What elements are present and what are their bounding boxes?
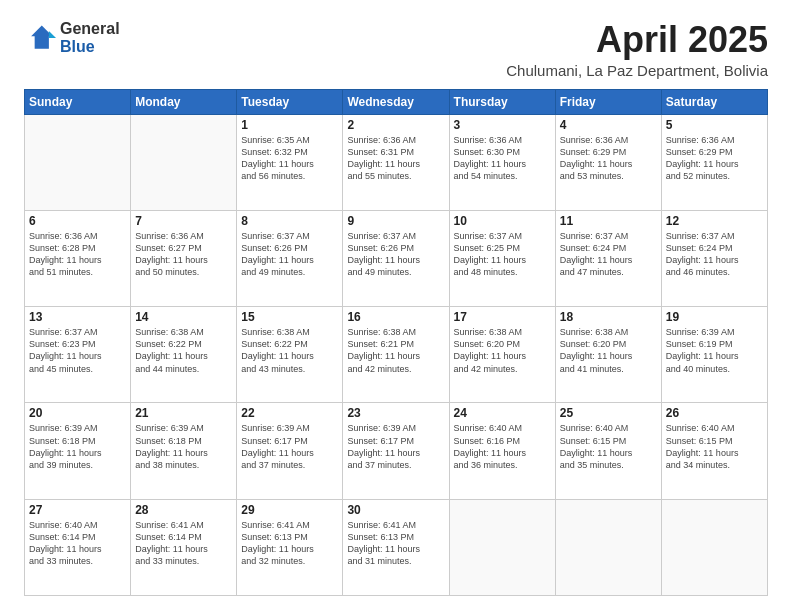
calendar-cell: 12Sunrise: 6:37 AM Sunset: 6:24 PM Dayli… <box>661 210 767 306</box>
day-number: 8 <box>241 214 338 228</box>
day-info: Sunrise: 6:39 AM Sunset: 6:17 PM Dayligh… <box>347 422 444 471</box>
day-number: 4 <box>560 118 657 132</box>
day-number: 14 <box>135 310 232 324</box>
day-number: 7 <box>135 214 232 228</box>
day-number: 5 <box>666 118 763 132</box>
calendar-cell: 4Sunrise: 6:36 AM Sunset: 6:29 PM Daylig… <box>555 114 661 210</box>
day-number: 16 <box>347 310 444 324</box>
day-info: Sunrise: 6:38 AM Sunset: 6:21 PM Dayligh… <box>347 326 444 375</box>
calendar-cell: 19Sunrise: 6:39 AM Sunset: 6:19 PM Dayli… <box>661 307 767 403</box>
calendar-cell: 3Sunrise: 6:36 AM Sunset: 6:30 PM Daylig… <box>449 114 555 210</box>
day-number: 19 <box>666 310 763 324</box>
calendar-table: Sunday Monday Tuesday Wednesday Thursday… <box>24 89 768 596</box>
day-number: 27 <box>29 503 126 517</box>
calendar-cell <box>449 499 555 595</box>
day-info: Sunrise: 6:40 AM Sunset: 6:16 PM Dayligh… <box>454 422 551 471</box>
day-info: Sunrise: 6:37 AM Sunset: 6:25 PM Dayligh… <box>454 230 551 279</box>
day-info: Sunrise: 6:38 AM Sunset: 6:22 PM Dayligh… <box>135 326 232 375</box>
day-info: Sunrise: 6:36 AM Sunset: 6:31 PM Dayligh… <box>347 134 444 183</box>
day-number: 12 <box>666 214 763 228</box>
day-info: Sunrise: 6:39 AM Sunset: 6:18 PM Dayligh… <box>135 422 232 471</box>
calendar-week-row-0: 1Sunrise: 6:35 AM Sunset: 6:32 PM Daylig… <box>25 114 768 210</box>
calendar-header-row: Sunday Monday Tuesday Wednesday Thursday… <box>25 89 768 114</box>
calendar-cell: 27Sunrise: 6:40 AM Sunset: 6:14 PM Dayli… <box>25 499 131 595</box>
day-info: Sunrise: 6:41 AM Sunset: 6:14 PM Dayligh… <box>135 519 232 568</box>
day-info: Sunrise: 6:38 AM Sunset: 6:20 PM Dayligh… <box>560 326 657 375</box>
day-info: Sunrise: 6:36 AM Sunset: 6:29 PM Dayligh… <box>560 134 657 183</box>
day-info: Sunrise: 6:36 AM Sunset: 6:30 PM Dayligh… <box>454 134 551 183</box>
calendar-week-row-2: 13Sunrise: 6:37 AM Sunset: 6:23 PM Dayli… <box>25 307 768 403</box>
day-info: Sunrise: 6:38 AM Sunset: 6:22 PM Dayligh… <box>241 326 338 375</box>
day-info: Sunrise: 6:35 AM Sunset: 6:32 PM Dayligh… <box>241 134 338 183</box>
calendar-cell <box>131 114 237 210</box>
header-tuesday: Tuesday <box>237 89 343 114</box>
month-title: April 2025 <box>506 20 768 60</box>
day-number: 13 <box>29 310 126 324</box>
calendar-week-row-4: 27Sunrise: 6:40 AM Sunset: 6:14 PM Dayli… <box>25 499 768 595</box>
day-number: 26 <box>666 406 763 420</box>
calendar-cell: 16Sunrise: 6:38 AM Sunset: 6:21 PM Dayli… <box>343 307 449 403</box>
day-number: 17 <box>454 310 551 324</box>
day-number: 6 <box>29 214 126 228</box>
day-number: 20 <box>29 406 126 420</box>
logo-blue-text: Blue <box>60 38 120 56</box>
calendar-cell: 7Sunrise: 6:36 AM Sunset: 6:27 PM Daylig… <box>131 210 237 306</box>
calendar-cell: 22Sunrise: 6:39 AM Sunset: 6:17 PM Dayli… <box>237 403 343 499</box>
calendar-cell: 25Sunrise: 6:40 AM Sunset: 6:15 PM Dayli… <box>555 403 661 499</box>
day-number: 18 <box>560 310 657 324</box>
calendar-cell: 20Sunrise: 6:39 AM Sunset: 6:18 PM Dayli… <box>25 403 131 499</box>
calendar-cell: 26Sunrise: 6:40 AM Sunset: 6:15 PM Dayli… <box>661 403 767 499</box>
day-info: Sunrise: 6:40 AM Sunset: 6:14 PM Dayligh… <box>29 519 126 568</box>
day-number: 30 <box>347 503 444 517</box>
day-info: Sunrise: 6:39 AM Sunset: 6:19 PM Dayligh… <box>666 326 763 375</box>
calendar-cell: 21Sunrise: 6:39 AM Sunset: 6:18 PM Dayli… <box>131 403 237 499</box>
day-info: Sunrise: 6:39 AM Sunset: 6:18 PM Dayligh… <box>29 422 126 471</box>
day-number: 3 <box>454 118 551 132</box>
day-number: 2 <box>347 118 444 132</box>
calendar-cell: 18Sunrise: 6:38 AM Sunset: 6:20 PM Dayli… <box>555 307 661 403</box>
day-info: Sunrise: 6:40 AM Sunset: 6:15 PM Dayligh… <box>560 422 657 471</box>
day-info: Sunrise: 6:37 AM Sunset: 6:26 PM Dayligh… <box>241 230 338 279</box>
calendar-week-row-1: 6Sunrise: 6:36 AM Sunset: 6:28 PM Daylig… <box>25 210 768 306</box>
calendar-cell: 17Sunrise: 6:38 AM Sunset: 6:20 PM Dayli… <box>449 307 555 403</box>
header-thursday: Thursday <box>449 89 555 114</box>
calendar-cell: 1Sunrise: 6:35 AM Sunset: 6:32 PM Daylig… <box>237 114 343 210</box>
calendar-cell: 2Sunrise: 6:36 AM Sunset: 6:31 PM Daylig… <box>343 114 449 210</box>
day-number: 22 <box>241 406 338 420</box>
calendar-cell: 24Sunrise: 6:40 AM Sunset: 6:16 PM Dayli… <box>449 403 555 499</box>
header-monday: Monday <box>131 89 237 114</box>
calendar-cell: 30Sunrise: 6:41 AM Sunset: 6:13 PM Dayli… <box>343 499 449 595</box>
logo: General Blue <box>24 20 120 55</box>
title-block: April 2025 Chulumani, La Paz Department,… <box>506 20 768 79</box>
day-info: Sunrise: 6:37 AM Sunset: 6:24 PM Dayligh… <box>666 230 763 279</box>
day-number: 21 <box>135 406 232 420</box>
logo-text: General Blue <box>60 20 120 55</box>
day-number: 23 <box>347 406 444 420</box>
calendar-cell <box>661 499 767 595</box>
day-info: Sunrise: 6:40 AM Sunset: 6:15 PM Dayligh… <box>666 422 763 471</box>
calendar-cell: 6Sunrise: 6:36 AM Sunset: 6:28 PM Daylig… <box>25 210 131 306</box>
calendar-cell: 14Sunrise: 6:38 AM Sunset: 6:22 PM Dayli… <box>131 307 237 403</box>
day-info: Sunrise: 6:41 AM Sunset: 6:13 PM Dayligh… <box>241 519 338 568</box>
calendar-week-row-3: 20Sunrise: 6:39 AM Sunset: 6:18 PM Dayli… <box>25 403 768 499</box>
page: General Blue April 2025 Chulumani, La Pa… <box>0 0 792 612</box>
day-info: Sunrise: 6:41 AM Sunset: 6:13 PM Dayligh… <box>347 519 444 568</box>
calendar-cell: 8Sunrise: 6:37 AM Sunset: 6:26 PM Daylig… <box>237 210 343 306</box>
header-sunday: Sunday <box>25 89 131 114</box>
calendar-cell: 28Sunrise: 6:41 AM Sunset: 6:14 PM Dayli… <box>131 499 237 595</box>
location-title: Chulumani, La Paz Department, Bolivia <box>506 62 768 79</box>
calendar-cell: 10Sunrise: 6:37 AM Sunset: 6:25 PM Dayli… <box>449 210 555 306</box>
logo-general-text: General <box>60 20 120 38</box>
day-info: Sunrise: 6:37 AM Sunset: 6:23 PM Dayligh… <box>29 326 126 375</box>
day-number: 9 <box>347 214 444 228</box>
calendar-cell: 11Sunrise: 6:37 AM Sunset: 6:24 PM Dayli… <box>555 210 661 306</box>
header: General Blue April 2025 Chulumani, La Pa… <box>24 20 768 79</box>
day-info: Sunrise: 6:39 AM Sunset: 6:17 PM Dayligh… <box>241 422 338 471</box>
day-info: Sunrise: 6:36 AM Sunset: 6:29 PM Dayligh… <box>666 134 763 183</box>
header-saturday: Saturday <box>661 89 767 114</box>
svg-marker-1 <box>49 30 56 37</box>
calendar-cell: 5Sunrise: 6:36 AM Sunset: 6:29 PM Daylig… <box>661 114 767 210</box>
calendar-cell: 13Sunrise: 6:37 AM Sunset: 6:23 PM Dayli… <box>25 307 131 403</box>
day-info: Sunrise: 6:37 AM Sunset: 6:26 PM Dayligh… <box>347 230 444 279</box>
calendar-cell: 23Sunrise: 6:39 AM Sunset: 6:17 PM Dayli… <box>343 403 449 499</box>
